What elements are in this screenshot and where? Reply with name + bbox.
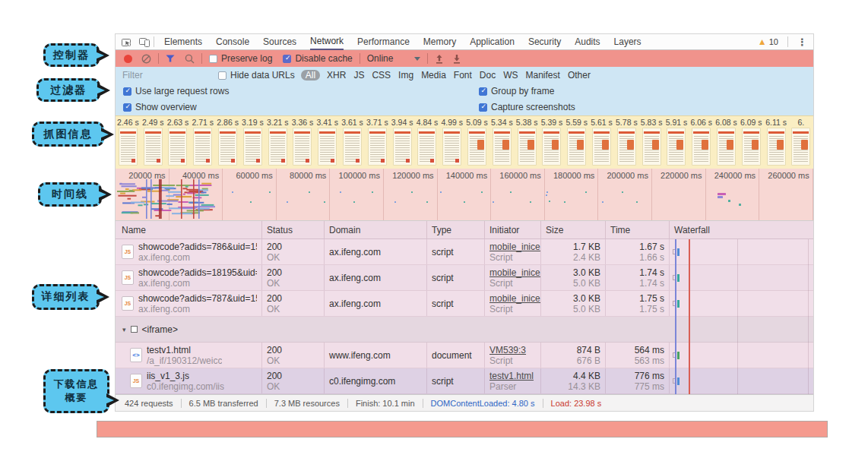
filmstrip-frame[interactable]: 2.63 s <box>166 116 191 169</box>
timeline-overview[interactable]: 20000 ms40000 ms60000 ms80000 ms100000 m… <box>116 169 813 220</box>
filmstrip-frame[interactable]: 5.39 s <box>540 116 565 169</box>
filter-pill-font[interactable]: Font <box>454 70 472 81</box>
initiator-link[interactable]: mobile_inice… <box>489 293 536 304</box>
show-overview-checkbox[interactable]: Show overview <box>123 102 197 112</box>
disable-cache-checkbox[interactable]: Disable cache <box>283 53 352 64</box>
filmstrip-frame[interactable]: 5.59 s <box>564 116 589 169</box>
tab-network[interactable]: Network <box>310 33 344 50</box>
request-row[interactable]: JSshowcode?adids=18195&uid=15…ax.ifeng.c… <box>116 265 813 291</box>
status-cell: 200OK <box>262 368 325 393</box>
filmstrip-frame[interactable]: 5.83 s <box>639 116 664 169</box>
initiator-cell: mobile_inice…Script <box>485 291 541 316</box>
filmstrip-frame[interactable]: 5.61 s <box>589 116 614 169</box>
filmstrip-frame[interactable]: 2.49 s <box>141 116 166 169</box>
initiator-link[interactable]: VM539:3 <box>489 345 536 355</box>
filmstrip-frame[interactable]: 4.99 s <box>439 116 464 169</box>
request-row[interactable]: JSshowcode?adids=786&uid=1565…ax.ifeng.c… <box>116 239 813 265</box>
capture-screenshots-checkbox[interactable]: Capture screenshots <box>479 102 575 112</box>
filmstrip-frame[interactable]: 2.86 s <box>215 116 240 169</box>
preserve-log-checkbox[interactable]: Preserve log <box>209 53 272 64</box>
warning-count: 10 <box>769 37 778 46</box>
filmstrip-frame[interactable]: 2.71 s <box>190 116 215 169</box>
filmstrip-frame[interactable]: 2.46 s <box>116 116 141 169</box>
filmstrip-frame[interactable]: 3.19 s <box>240 116 265 169</box>
devtools-menu-icon[interactable]: ⋮ <box>797 36 807 48</box>
annotation-download-summary: 下载信息 概要 <box>43 369 109 413</box>
import-har-icon[interactable] <box>435 54 444 64</box>
column-header-domain[interactable]: Domain <box>325 221 427 238</box>
filter-pill-all[interactable]: All <box>301 70 320 81</box>
hide-data-urls-checkbox[interactable]: Hide data URLs <box>218 70 295 81</box>
column-header-name[interactable]: Name <box>116 221 262 238</box>
record-button[interactable] <box>124 55 132 63</box>
filter-pill-css[interactable]: CSS <box>372 70 391 81</box>
filter-pill-media[interactable]: Media <box>421 70 446 81</box>
request-name: testv1.html <box>147 345 222 355</box>
tab-memory[interactable]: Memory <box>423 34 456 49</box>
column-header-type[interactable]: Type <box>427 221 485 238</box>
request-row[interactable]: <>testv1.html/a_if/190312/weicc200OKwww.… <box>116 343 813 368</box>
initiator-link[interactable]: mobile_inice… <box>489 267 536 278</box>
filmstrip-frame[interactable]: 5.09 s <box>464 116 489 169</box>
console-warning-badge[interactable]: ▲ 10 <box>758 36 778 47</box>
tab-audits[interactable]: Audits <box>575 34 600 49</box>
filter-toggle-icon[interactable] <box>166 55 175 62</box>
filter-pill-manifest[interactable]: Manifest <box>526 70 560 81</box>
tab-application[interactable]: Application <box>470 34 515 49</box>
device-toolbar-icon[interactable] <box>139 37 150 47</box>
filter-pill-ws[interactable]: WS <box>503 70 518 81</box>
filmstrip-time: 6.08 s <box>714 116 739 128</box>
request-row[interactable]: JSshowcode?adids=787&uid=1565…ax.ifeng.c… <box>116 291 813 317</box>
page-thumbnail <box>218 128 237 166</box>
filmstrip-frame[interactable]: 3.71 s <box>365 116 390 169</box>
filmstrip-frame[interactable]: 5.34 s <box>489 116 515 169</box>
tab-layers[interactable]: Layers <box>614 34 641 49</box>
tab-security[interactable]: Security <box>528 34 561 49</box>
time-latency: 1.75 s <box>610 304 664 314</box>
disclosure-triangle-icon[interactable]: ▾ <box>122 326 126 333</box>
tab-elements[interactable]: Elements <box>164 34 202 49</box>
frame-group-row[interactable]: ▾<iframe> <box>116 317 813 343</box>
filmstrip-frame[interactable]: 3.36 s <box>290 116 315 169</box>
filter-pill-other[interactable]: Other <box>568 70 591 81</box>
column-header-waterfall[interactable]: Waterfall <box>670 221 813 238</box>
js-file-icon: JS <box>122 270 134 285</box>
filmstrip-frame[interactable]: 4.84 s <box>415 116 440 169</box>
initiator-cell: VM539:3Script <box>485 343 541 368</box>
column-header-time[interactable]: Time <box>606 221 670 238</box>
filmstrip-frame[interactable]: 6.11 s <box>764 116 789 169</box>
request-row[interactable]: JSiis_v1_3.jsc0.ifengimg.com/iis200OKc0.… <box>116 368 813 394</box>
initiator-link[interactable]: testv1.html <box>489 371 536 381</box>
filmstrip-frame[interactable]: 5.91 s <box>664 116 689 169</box>
filmstrip-frame[interactable]: 6.09 s <box>739 116 764 169</box>
column-header-status[interactable]: Status <box>262 221 325 238</box>
tab-sources[interactable]: Sources <box>263 34 296 49</box>
filmstrip-frame[interactable]: 5.38 s <box>515 116 540 169</box>
filmstrip-frame[interactable]: 3.94 s <box>390 116 415 169</box>
clear-button[interactable] <box>141 54 151 64</box>
filmstrip-frame[interactable]: 6.08 s <box>714 116 739 169</box>
filmstrip-frame[interactable]: 6.06 s <box>689 116 714 169</box>
filmstrip-frame[interactable]: 5.78 s <box>614 116 639 169</box>
size-resource: 14.3 KB <box>546 381 600 392</box>
filter-pill-img[interactable]: Img <box>398 70 413 81</box>
filmstrip-frame[interactable]: 6. <box>789 116 813 169</box>
filter-pill-js[interactable]: JS <box>353 70 364 81</box>
throttling-select[interactable]: Online <box>367 53 421 64</box>
filmstrip-frame[interactable]: 3.61 s <box>340 116 365 169</box>
tab-console[interactable]: Console <box>216 34 249 49</box>
filter-input[interactable] <box>121 69 218 81</box>
column-header-initiator[interactable]: Initiator <box>485 221 541 238</box>
filter-pill-xhr[interactable]: XHR <box>327 70 346 81</box>
use-large-rows-checkbox[interactable]: Use large request rows <box>123 86 229 96</box>
initiator-link[interactable]: mobile_inice… <box>489 242 536 252</box>
filter-pill-doc[interactable]: Doc <box>480 70 496 81</box>
filmstrip-frame[interactable]: 3.41 s <box>315 116 340 169</box>
export-har-icon[interactable] <box>452 54 461 64</box>
group-by-frame-checkbox[interactable]: Group by frame <box>479 86 554 96</box>
tab-performance[interactable]: Performance <box>357 34 410 49</box>
column-header-size[interactable]: Size <box>541 221 606 238</box>
search-icon[interactable] <box>185 54 195 64</box>
inspect-element-icon[interactable] <box>122 37 132 47</box>
filmstrip-frame[interactable]: 3.21 s <box>265 116 290 169</box>
